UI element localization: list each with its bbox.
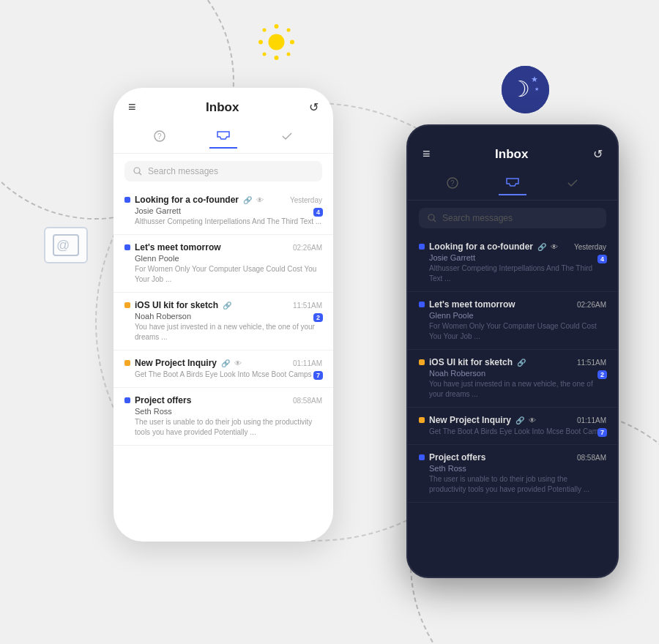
svg-line-18 <box>139 173 141 175</box>
dark-menu-icon[interactable]: ≡ <box>422 146 431 162</box>
message-preview: The user is unable to do their job using… <box>135 417 322 438</box>
dark-header: ≡ Inbox ↺ <box>408 126 617 169</box>
message-time: 02:26AM <box>293 244 322 252</box>
light-tab-check[interactable] <box>274 127 300 148</box>
message-title-area: Looking for a co-founder 🔗👁 <box>419 242 558 252</box>
message-preview: For Women Only Your Computer Usage Could… <box>429 321 606 342</box>
message-dot <box>419 417 425 423</box>
light-search-bar[interactable]: Search messages <box>124 161 322 181</box>
message-dot <box>419 302 425 307</box>
svg-point-21 <box>428 214 434 220</box>
message-row: Project offers 08:58AM <box>124 395 322 405</box>
phone-light-content: ≡ Inbox ↺ ? <box>113 88 333 542</box>
message-row: Looking for a co-founder 🔗👁 Yesterday <box>419 242 606 252</box>
message-item[interactable]: iOS UI kit for sketch 🔗 11:51AM Noah Rob… <box>113 293 333 351</box>
message-title: Project offers <box>135 395 191 405</box>
message-title: New Project Inquiry <box>135 358 217 368</box>
eye-icon: 👁 <box>256 196 264 204</box>
dark-tab-question[interactable]: ? <box>439 174 466 195</box>
dark-message-list: Looking for a co-founder 🔗👁 Yesterday Jo… <box>408 234 617 577</box>
message-badge: 2 <box>313 313 323 322</box>
message-row: Project offers 08:58AM <box>419 452 606 463</box>
message-title-area: New Project Inquiry 🔗👁 <box>124 358 242 368</box>
message-dot <box>124 360 130 366</box>
message-sender: Seth Ross <box>429 464 606 473</box>
dark-header-title: Inbox <box>495 147 528 162</box>
light-menu-icon[interactable]: ≡ <box>128 100 136 115</box>
message-item[interactable]: Project offers 08:58AM Seth Ross The use… <box>408 445 617 503</box>
message-item[interactable]: Looking for a co-founder 🔗👁 Yesterday Jo… <box>113 187 333 235</box>
message-item[interactable]: New Project Inquiry 🔗👁 01:11AM Get The B… <box>113 351 333 388</box>
attachment-icon: 🔗 <box>515 416 524 424</box>
eye-icon: 👁 <box>551 243 558 251</box>
message-badge: 4 <box>597 255 607 263</box>
message-item[interactable]: Let's meet tomorrow 02:26AM Glenn Poole … <box>408 292 617 350</box>
message-time: 11:51AM <box>577 359 606 367</box>
svg-text:?: ? <box>157 132 162 141</box>
message-title-area: New Project Inquiry 🔗👁 <box>419 415 536 425</box>
message-badge: 4 <box>313 208 323 217</box>
dark-refresh-icon[interactable]: ↺ <box>593 147 603 161</box>
message-badge: 2 <box>597 370 607 379</box>
message-item[interactable]: Let's meet tomorrow 02:26AM Glenn Poole … <box>113 235 333 293</box>
message-dot <box>124 244 130 250</box>
dark-tab-check[interactable] <box>559 174 586 195</box>
light-tab-question[interactable]: ? <box>146 127 173 148</box>
dark-tabs: ? <box>408 169 617 201</box>
dark-search-bar[interactable]: Search messages <box>419 208 606 228</box>
message-title: Looking for a co-founder <box>429 242 533 252</box>
phone-light: ≡ Inbox ↺ ? <box>113 88 333 542</box>
message-dot <box>124 197 130 203</box>
svg-line-22 <box>433 220 436 222</box>
message-time: Yesterday <box>574 243 606 251</box>
message-title-area: iOS UI kit for sketch 🔗 <box>419 357 526 367</box>
message-title-area: iOS UI kit for sketch 🔗 <box>124 300 231 310</box>
light-refresh-icon[interactable]: ↺ <box>309 100 319 114</box>
phone-dark: ≡ Inbox ↺ ? <box>406 124 619 578</box>
moon-decoration: ☽ ★ ★ <box>502 66 549 113</box>
attachment-icon: 🔗 <box>223 302 231 310</box>
light-message-list: Looking for a co-founder 🔗👁 Yesterday Jo… <box>113 187 333 542</box>
message-preview: You have just invested in a new vehicle,… <box>429 379 606 400</box>
attachment-icon: 🔗 <box>537 243 546 251</box>
message-title: Let's meet tomorrow <box>429 299 515 310</box>
light-search-placeholder: Search messages <box>148 166 218 176</box>
svg-point-17 <box>134 168 140 173</box>
message-title-area: Looking for a co-founder 🔗👁 <box>124 195 264 205</box>
message-title-area: Project offers <box>124 395 191 405</box>
message-preview: Althusser Competing Interpellations And … <box>135 217 322 227</box>
dark-tab-inbox[interactable] <box>499 173 526 195</box>
message-title: Project offers <box>429 452 485 463</box>
svg-point-1 <box>275 24 279 29</box>
message-item[interactable]: iOS UI kit for sketch 🔗 11:51AM Noah Rob… <box>408 350 617 408</box>
message-sender: Noah Roberson <box>135 312 322 321</box>
message-sender: Glenn Poole <box>135 254 322 263</box>
message-preview: Get The Boot A Birds Eye Look Into Mcse … <box>135 370 322 380</box>
svg-point-6 <box>287 29 291 32</box>
message-item[interactable]: Project offers 08:58AM Seth Ross The use… <box>113 388 333 446</box>
message-time: 08:58AM <box>293 397 322 405</box>
message-dot <box>419 359 425 365</box>
message-preview: Get The Boot A Birds Eye Look Into Mcse … <box>429 427 606 437</box>
svg-text:★: ★ <box>535 86 539 91</box>
svg-text:@: @ <box>56 238 70 252</box>
message-item[interactable]: New Project Inquiry 🔗👁 01:11AM Get The B… <box>408 408 617 445</box>
message-dot <box>419 454 425 460</box>
light-tab-inbox[interactable] <box>209 127 237 149</box>
message-row: Looking for a co-founder 🔗👁 Yesterday <box>124 195 322 205</box>
message-title: Let's meet tomorrow <box>135 242 221 252</box>
message-row: iOS UI kit for sketch 🔗 11:51AM <box>419 357 606 367</box>
light-tabs: ? <box>113 122 333 154</box>
message-preview: For Women Only Your Computer Usage Could… <box>135 264 322 285</box>
svg-point-7 <box>263 53 267 56</box>
message-title-area: Project offers <box>419 452 485 463</box>
message-sender: Seth Ross <box>135 407 322 416</box>
light-header: ≡ Inbox ↺ <box>113 88 333 122</box>
message-time: 01:11AM <box>577 416 606 424</box>
message-row: Let's meet tomorrow 02:26AM <box>419 299 606 310</box>
svg-point-0 <box>269 34 285 50</box>
message-preview: The user is unable to do their job using… <box>429 474 606 495</box>
message-title-area: Let's meet tomorrow <box>419 299 515 310</box>
message-item[interactable]: Looking for a co-founder 🔗👁 Yesterday Jo… <box>408 234 617 292</box>
dark-search-placeholder: Search messages <box>442 213 513 223</box>
